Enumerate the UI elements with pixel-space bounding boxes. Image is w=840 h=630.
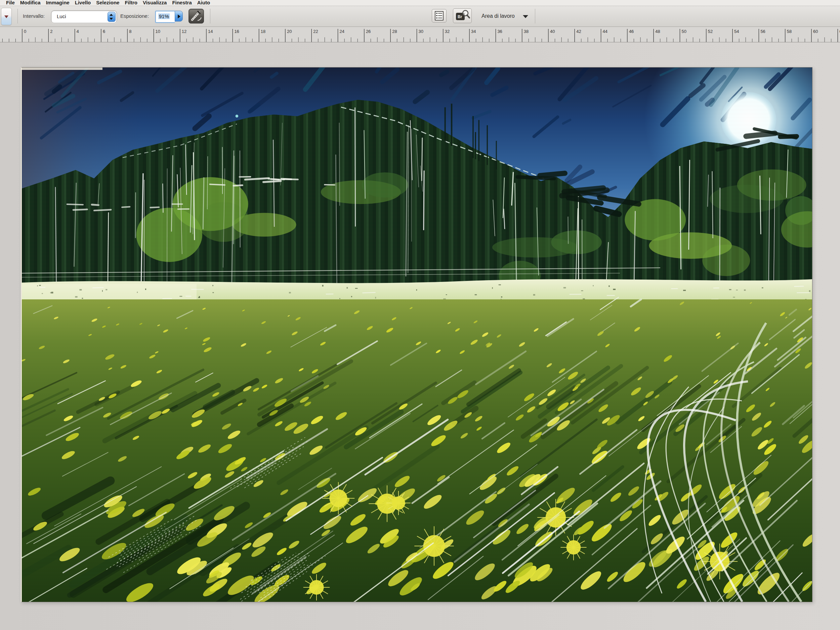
ruler-label: 0 — [24, 29, 26, 34]
ruler-label: 18 — [261, 29, 265, 34]
ruler-label: 46 — [629, 29, 634, 34]
palette-well-button[interactable] — [432, 9, 447, 22]
svg-text:Br: Br — [458, 14, 462, 19]
bridge-icon: Br — [453, 9, 471, 23]
range-select[interactable]: Luci — [51, 10, 117, 23]
ruler-label: 36 — [497, 29, 502, 34]
ruler-label: 58 — [787, 29, 792, 34]
preset-dropdown-arrow-icon — [5, 16, 8, 18]
ruler-label: 30 — [418, 29, 423, 34]
ruler-label: 32 — [445, 29, 450, 34]
menu-modifica[interactable]: Modifica — [20, 0, 41, 6]
ruler-label: 8 — [129, 29, 131, 34]
menu-bar: File Modifica Immagine Livello Selezione… — [0, 0, 840, 6]
menu-aiuto[interactable]: Aiuto — [197, 0, 210, 6]
stepper-arrows-icon — [107, 12, 115, 22]
separator — [210, 9, 210, 24]
workspace-menu[interactable]: Area di lavoro — [482, 13, 515, 19]
ruler-label: 52 — [708, 29, 713, 34]
exposure-input[interactable]: 91% — [155, 11, 175, 23]
range-label: Intervallo: — [23, 13, 45, 19]
ruler-label: 20 — [287, 29, 292, 34]
tool-preset-picker[interactable] — [1, 8, 12, 25]
workspace-caret-icon — [523, 15, 528, 18]
exposure-label: Esposizione: — [120, 13, 149, 19]
ruler-label: 26 — [366, 29, 371, 34]
separator — [17, 9, 18, 24]
ruler-label: 10 — [156, 29, 160, 34]
menu-immagine[interactable]: Immagine — [46, 0, 69, 6]
painting-artwork — [22, 68, 812, 602]
ruler-label: 60 — [813, 29, 818, 34]
ruler-label: 48 — [655, 29, 660, 34]
ruler-label: 54 — [734, 29, 739, 34]
right-arrow-icon — [178, 14, 180, 19]
ruler-label: 40 — [550, 29, 555, 34]
menu-visualizza[interactable]: Visualizza — [143, 0, 167, 6]
ruler-label: 24 — [340, 29, 344, 34]
ruler-label: 6 — [103, 29, 105, 34]
ruler-label: 42 — [576, 29, 581, 34]
ruler-label: 22 — [313, 29, 318, 34]
ruler-label: 16 — [234, 29, 239, 34]
menu-finestra[interactable]: Finestra — [172, 0, 191, 6]
horizontal-ruler[interactable]: 0246810121416182022242628303234363840424… — [0, 27, 840, 42]
tool-options-bar: Intervallo: Luci Esposizione: 91% — [0, 6, 840, 27]
ruler-label: 44 — [603, 29, 608, 34]
menu-selezione[interactable]: Selezione — [96, 0, 119, 6]
ruler-label: 28 — [392, 29, 397, 34]
canvas-document[interactable] — [21, 67, 812, 602]
pasteboard — [0, 42, 840, 630]
ruler-label: 12 — [182, 29, 186, 34]
exposure-value: 91% — [158, 13, 170, 19]
palette-list-icon — [432, 9, 446, 22]
range-value: Luci — [57, 13, 66, 19]
ruler-label: 4 — [77, 29, 79, 34]
ruler-label: 56 — [760, 29, 765, 34]
ruler-label: 2 — [50, 29, 52, 34]
photoshop-window: File Modifica Immagine Livello Selezione… — [0, 0, 840, 630]
ruler-label: 38 — [524, 29, 529, 34]
menu-filtro[interactable]: Filtro — [125, 0, 137, 6]
ruler-ticks: 0246810121416182022242628303234363840424… — [0, 27, 840, 42]
exposure-slider-button[interactable] — [175, 11, 183, 22]
bridge-button[interactable]: Br — [453, 8, 472, 23]
airbrush-pen-icon — [189, 9, 204, 23]
menu-livello[interactable]: Livello — [75, 0, 91, 6]
menu-file[interactable]: File — [6, 0, 15, 6]
ruler-label: 50 — [682, 29, 687, 34]
airbrush-toggle-button[interactable] — [188, 9, 204, 24]
ruler-label: 34 — [471, 29, 476, 34]
ruler-label: 14 — [208, 29, 213, 34]
